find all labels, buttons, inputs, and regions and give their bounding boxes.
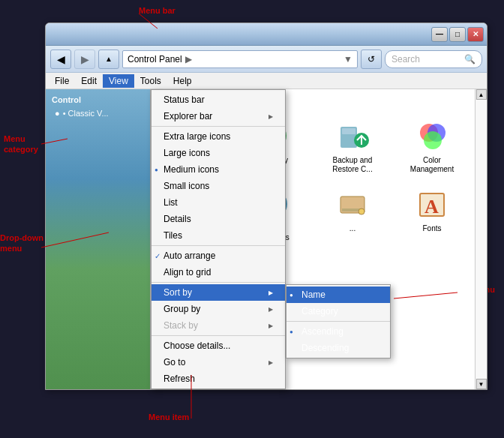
address-arrow: ▶ — [185, 54, 192, 64]
sidebar-item-classic[interactable]: ● • Classic V... — [52, 107, 144, 119]
menu-details[interactable]: Details — [152, 211, 285, 227]
device-icon — [334, 186, 370, 222]
toolbar: ◀ ▶ ▲ Control Panel ▶ ▼ ↺ Search 🔍 — [46, 46, 487, 73]
fonts-label: Fonts — [422, 224, 441, 233]
fonts-icon: A — [414, 186, 450, 222]
menu-small-icons[interactable]: Small icons — [152, 178, 285, 194]
icon-backup[interactable]: Backup andRestore C... — [316, 115, 389, 177]
sidebar-bullet: ● — [55, 109, 60, 118]
svg-point-27 — [358, 208, 364, 214]
icon-fonts[interactable]: A Fonts — [395, 183, 469, 245]
menu-category-annotation: Menucategory — [4, 134, 38, 155]
menu-bar: File Edit View Tools Help — [46, 73, 487, 89]
svg-rect-13 — [342, 128, 356, 134]
sort-by-label: Sort by — [164, 287, 192, 298]
menu-choose-details[interactable]: Choose details... — [152, 338, 285, 354]
separator-2 — [152, 245, 285, 246]
menu-help[interactable]: Help — [167, 74, 198, 88]
menu-status-bar[interactable]: Status bar — [152, 92, 285, 108]
menu-large-icons[interactable]: Large icons — [152, 145, 285, 161]
group-by-label: Group by — [164, 304, 200, 314]
backup-label: Backup andRestore C... — [332, 156, 372, 174]
icon-color-management[interactable]: ColorManagement — [395, 115, 469, 177]
submenu-descending[interactable]: Descending — [286, 340, 390, 356]
menu-view[interactable]: View — [103, 74, 134, 88]
address-text: Control Panel — [128, 54, 182, 64]
go-to-label: Go to — [164, 357, 185, 368]
device-label: ... — [350, 224, 356, 233]
go-to-arrow: ▶ — [268, 359, 273, 366]
menu-auto-arrange[interactable]: Auto arrange — [152, 248, 285, 264]
menu-refresh[interactable]: Refresh — [152, 370, 285, 387]
menu-list[interactable]: List — [152, 194, 285, 211]
stack-by-arrow: ▶ — [268, 322, 273, 329]
stack-by-label: Stack by — [164, 320, 198, 331]
separator-1 — [152, 126, 285, 127]
menu-sort-by[interactable]: Sort by ▶ ● Name Category ● Ascending De… — [152, 284, 285, 301]
menu-tiles[interactable]: Tiles — [152, 227, 285, 244]
sort-by-arrow: ▶ — [268, 290, 273, 296]
submenu-category[interactable]: Category — [286, 303, 390, 320]
maximize-button[interactable]: □ — [449, 27, 466, 42]
menu-extra-large[interactable]: Extra large icons — [152, 128, 285, 145]
dropdown-arrow[interactable]: ▼ — [344, 54, 352, 64]
sort-submenu: ● Name Category ● Ascending Descending — [286, 284, 391, 358]
backup-icon — [334, 118, 370, 154]
separator-3 — [152, 282, 285, 283]
menu-tools[interactable]: Tools — [134, 74, 167, 88]
back-button[interactable]: ◀ — [50, 50, 71, 69]
scroll-up-button[interactable]: ▲ — [476, 89, 487, 100]
sidebar-item-label: • Classic V... — [63, 109, 109, 118]
menu-edit[interactable]: Edit — [75, 74, 103, 88]
search-icon: 🔍 — [464, 54, 476, 64]
sidebar: Control ● • Classic V... — [46, 89, 151, 389]
group-by-arrow: ▶ — [268, 306, 273, 313]
forward-button[interactable]: ▶ — [74, 50, 95, 69]
submenu-sep — [286, 321, 390, 322]
separator-4 — [152, 335, 285, 336]
refresh-button[interactable]: ↺ — [361, 50, 382, 69]
minimize-button[interactable]: — — [431, 27, 448, 42]
submenu-ascending-label: Ascending — [302, 326, 344, 337]
menu-explorer-bar[interactable]: Explorer bar ▶ — [152, 108, 285, 124]
menu-group-by[interactable]: Group by ▶ — [152, 301, 285, 317]
svg-point-17 — [424, 131, 442, 149]
menu-item-annotation: Menu item — [148, 412, 189, 422]
submenu-ascending[interactable]: ● Ascending — [286, 323, 390, 340]
up-button[interactable]: ▲ — [98, 50, 119, 69]
menu-file[interactable]: File — [49, 74, 75, 88]
close-button[interactable]: ✕ — [467, 27, 484, 42]
submenu-name[interactable]: ● Name — [286, 286, 390, 303]
dropdown-annotation: Drop-downmenu — [0, 232, 44, 254]
menu-go-to[interactable]: Go to ▶ — [152, 354, 285, 370]
title-bar-buttons: — □ ✕ — [431, 27, 484, 42]
menu-align-grid[interactable]: Align to grid — [152, 264, 285, 280]
title-bar: — □ ✕ — [46, 23, 487, 46]
menu-stack-by[interactable]: Stack by ▶ — [152, 317, 285, 334]
scrollbar[interactable]: ▲ ▼ — [475, 89, 487, 389]
menu-medium-icons[interactable]: Medium icons — [152, 161, 285, 178]
explorer-bar-arrow: ▶ — [268, 113, 273, 120]
svg-text:A: A — [424, 196, 439, 218]
color-management-icon — [414, 118, 450, 154]
menubar-annotation: Menu bar — [139, 6, 176, 15]
search-placeholder: Search — [392, 54, 420, 64]
submenu-name-label: Name — [302, 290, 326, 300]
sidebar-title: Control — [52, 95, 144, 104]
main-window: — □ ✕ ◀ ▶ ▲ Control Panel ▶ ▼ ↺ Search 🔍… — [45, 22, 488, 390]
explorer-bar-label: Explorer bar — [164, 111, 212, 122]
search-bar[interactable]: Search 🔍 — [385, 50, 482, 68]
view-dropdown-menu: Status bar Explorer bar ▶ Extra large ic… — [151, 89, 286, 389]
color-management-label: ColorManagement — [410, 156, 454, 174]
icon-device[interactable]: ... — [316, 183, 389, 245]
address-bar[interactable]: Control Panel ▶ ▼ — [122, 50, 358, 68]
scroll-down-button[interactable]: ▼ — [476, 379, 487, 389]
